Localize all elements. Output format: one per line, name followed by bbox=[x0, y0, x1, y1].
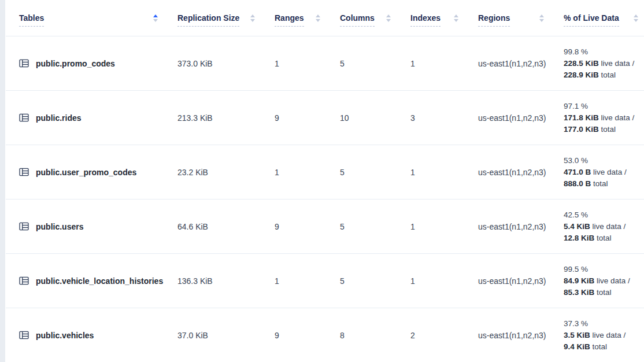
live-data-percent: 99.8 % bbox=[564, 46, 644, 58]
ranges-value: 1 bbox=[275, 59, 340, 68]
sort-desc-icon bbox=[250, 19, 255, 22]
live-data-cell: 42.5 % 5.4 KiB live data / 12.8 KiB tota… bbox=[564, 209, 644, 244]
column-header-label: Replication Size bbox=[177, 13, 239, 23]
column-header-label: Tables bbox=[19, 13, 44, 23]
live-data-cell: 97.1 % 171.8 KiB live data / 177.0 KiB t… bbox=[564, 101, 644, 135]
sort-asc-icon bbox=[250, 14, 255, 17]
sort-desc-icon bbox=[316, 19, 320, 22]
table-row[interactable]: public.promo_codes 373.0 KiB 1 5 1 us-ea… bbox=[6, 36, 644, 91]
indexes-value: 2 bbox=[410, 331, 478, 340]
replication-size-value: 23.2 KiB bbox=[177, 168, 275, 177]
ranges-value: 1 bbox=[275, 276, 340, 286]
sort-desc-icon bbox=[539, 19, 544, 22]
total-size-line: 85.3 KiB total bbox=[564, 287, 644, 298]
indexes-value: 1 bbox=[410, 276, 478, 286]
table-icon bbox=[19, 221, 29, 231]
live-data-cell: 99.8 % 228.5 KiB live data / 228.9 KiB t… bbox=[564, 46, 644, 81]
table-row[interactable]: public.vehicles 37.0 KiB 9 8 2 us-east1(… bbox=[6, 308, 644, 362]
table-name-link[interactable]: public.promo_codes bbox=[6, 58, 177, 68]
regions-value: us-east1(n1,n2,n3) bbox=[478, 276, 564, 286]
table-icon bbox=[19, 58, 29, 68]
replication-size-value: 373.0 KiB bbox=[177, 59, 275, 68]
sort-asc-icon bbox=[386, 14, 391, 17]
columns-value: 5 bbox=[340, 222, 410, 231]
column-header-label: Regions bbox=[478, 13, 510, 23]
regions-value: us-east1(n1,n2,n3) bbox=[478, 222, 564, 231]
columns-value: 5 bbox=[340, 59, 410, 68]
table-row[interactable]: public.vehicle_location_histories 136.3 … bbox=[6, 254, 644, 308]
sort-control-columns[interactable] bbox=[385, 13, 392, 23]
sort-desc-icon bbox=[386, 19, 391, 22]
column-header-tables[interactable]: Tables bbox=[6, 13, 177, 23]
ranges-value: 9 bbox=[275, 113, 340, 123]
table-name: public.vehicle_location_histories bbox=[36, 276, 163, 286]
total-size-line: 228.9 KiB total bbox=[564, 69, 644, 81]
table-icon bbox=[19, 113, 29, 123]
regions-value: us-east1(n1,n2,n3) bbox=[478, 168, 564, 177]
table-name: public.promo_codes bbox=[36, 59, 115, 68]
table-header-row: Tables Replication Size Ranges Columns bbox=[6, 0, 644, 36]
table-name: public.user_promo_codes bbox=[36, 168, 136, 177]
total-size-line: 12.8 KiB total bbox=[564, 232, 644, 244]
live-data-cell: 99.5 % 84.9 KiB live data / 85.3 KiB tot… bbox=[564, 264, 644, 298]
sort-control-tables[interactable] bbox=[152, 13, 159, 23]
page-left-gutter bbox=[0, 0, 5, 362]
live-data-size-line: 228.5 KiB live data / bbox=[564, 58, 644, 69]
column-header-replication-size[interactable]: Replication Size bbox=[177, 13, 275, 23]
sort-asc-icon bbox=[153, 14, 158, 17]
column-header-live-data[interactable]: % of Live Data bbox=[564, 13, 644, 23]
live-data-cell: 37.3 % 3.5 KiB live data / 9.4 KiB total bbox=[564, 318, 644, 353]
replication-size-value: 37.0 KiB bbox=[177, 331, 275, 340]
sort-desc-icon bbox=[634, 19, 638, 22]
columns-value: 10 bbox=[340, 113, 410, 123]
table-row[interactable]: public.rides 213.3 KiB 9 10 3 us-east1(n… bbox=[6, 91, 644, 145]
table-name: public.rides bbox=[36, 113, 82, 123]
sort-asc-icon bbox=[454, 14, 458, 17]
table-icon bbox=[19, 330, 29, 340]
table-name-link[interactable]: public.user_promo_codes bbox=[6, 167, 177, 177]
table-row[interactable]: public.users 64.6 KiB 9 5 1 us-east1(n1,… bbox=[6, 200, 644, 254]
column-header-indexes[interactable]: Indexes bbox=[410, 13, 478, 23]
indexes-value: 1 bbox=[410, 59, 478, 68]
sort-desc-icon bbox=[454, 19, 458, 22]
live-data-size-line: 471.0 B live data / bbox=[564, 167, 644, 178]
live-data-percent: 42.5 % bbox=[564, 209, 644, 221]
table-row[interactable]: public.user_promo_codes 23.2 KiB 1 5 1 u… bbox=[6, 145, 644, 200]
regions-value: us-east1(n1,n2,n3) bbox=[478, 113, 564, 123]
sort-asc-icon bbox=[634, 14, 638, 17]
column-header-regions[interactable]: Regions bbox=[478, 13, 564, 23]
replication-size-value: 64.6 KiB bbox=[177, 222, 275, 231]
sort-control-live-data[interactable] bbox=[632, 13, 639, 23]
table-icon bbox=[19, 167, 29, 177]
sort-control-indexes[interactable] bbox=[453, 13, 460, 23]
sort-asc-icon bbox=[316, 14, 320, 17]
live-data-percent: 99.5 % bbox=[564, 264, 644, 275]
live-data-size-line: 5.4 KiB live data / bbox=[564, 221, 644, 232]
regions-value: us-east1(n1,n2,n3) bbox=[478, 331, 564, 340]
table-name-link[interactable]: public.vehicles bbox=[6, 330, 177, 340]
table-name-link[interactable]: public.vehicle_location_histories bbox=[6, 276, 177, 286]
indexes-value: 3 bbox=[410, 113, 478, 123]
live-data-size-line: 3.5 KiB live data / bbox=[564, 330, 644, 341]
replication-size-value: 213.3 KiB bbox=[177, 113, 275, 123]
column-header-ranges[interactable]: Ranges bbox=[275, 13, 340, 23]
regions-value: us-east1(n1,n2,n3) bbox=[478, 59, 564, 68]
sort-control-ranges[interactable] bbox=[314, 13, 321, 23]
table-name-link[interactable]: public.rides bbox=[6, 113, 177, 123]
table-name: public.users bbox=[36, 222, 83, 231]
sort-control-regions[interactable] bbox=[538, 13, 545, 23]
column-header-label: Ranges bbox=[275, 13, 304, 23]
ranges-value: 9 bbox=[275, 222, 340, 231]
columns-value: 5 bbox=[340, 276, 410, 286]
indexes-value: 1 bbox=[410, 222, 478, 231]
column-header-columns[interactable]: Columns bbox=[340, 13, 410, 23]
sort-asc-icon bbox=[539, 14, 544, 17]
sort-control-replication-size[interactable] bbox=[249, 13, 256, 23]
table-name: public.vehicles bbox=[36, 331, 94, 340]
live-data-percent: 97.1 % bbox=[564, 101, 644, 112]
ranges-value: 9 bbox=[275, 331, 340, 340]
total-size-line: 9.4 KiB total bbox=[564, 341, 644, 353]
live-data-cell: 53.0 % 471.0 B live data / 888.0 B total bbox=[564, 155, 644, 190]
column-header-label: % of Live Data bbox=[564, 13, 619, 23]
table-name-link[interactable]: public.users bbox=[6, 221, 177, 231]
